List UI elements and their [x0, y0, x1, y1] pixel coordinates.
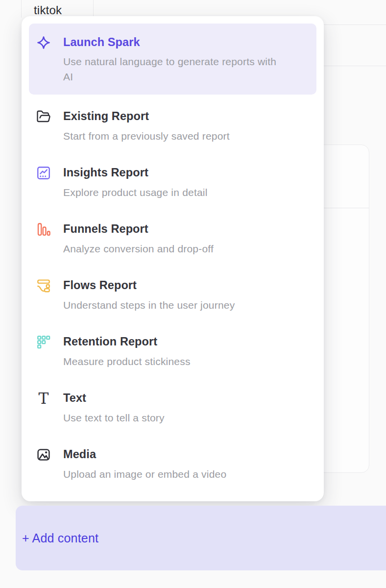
- menu-item-title: Funnels Report: [63, 221, 214, 237]
- flows-icon: [36, 278, 51, 293]
- menu-item-launch-spark[interactable]: Launch Spark Use natural language to gen…: [29, 24, 316, 95]
- menu-item-retention-report[interactable]: Retention Report Measure product stickin…: [29, 323, 316, 380]
- retention-grid-icon: [36, 335, 51, 349]
- media-icon: [36, 447, 51, 462]
- menu-item-subtitle: Explore product usage in detail: [63, 185, 208, 200]
- add-content-button[interactable]: + Add content: [16, 506, 386, 570]
- menu-item-text[interactable]: T Text Use text to tell a story: [29, 380, 316, 436]
- insights-chart-icon: [36, 166, 51, 180]
- menu-item-flows-report[interactable]: Flows Report Understand steps in the use…: [29, 267, 316, 323]
- funnel-bars-icon: [36, 222, 51, 237]
- menu-item-title: Retention Report: [63, 334, 191, 349]
- menu-item-title: Existing Report: [63, 108, 230, 124]
- menu-item-insights-report[interactable]: Insights Report Explore product usage in…: [29, 154, 316, 211]
- menu-item-title: Text: [63, 390, 165, 406]
- menu-item-title: Launch Spark: [63, 34, 276, 50]
- background-column-divider: [21, 0, 22, 18]
- add-content-label: + Add content: [22, 531, 98, 545]
- menu-item-subtitle: Analyze conversion and drop-off: [63, 241, 214, 256]
- menu-item-media[interactable]: Media Upload an image or embed a video: [29, 436, 316, 492]
- background-card-title: tiktok: [34, 3, 62, 17]
- menu-item-subtitle: Measure product stickiness: [63, 354, 191, 369]
- menu-item-subtitle: Upload an image or embed a video: [63, 466, 226, 482]
- menu-item-title: Media: [63, 446, 226, 462]
- menu-item-subtitle: Understand steps in the user journey: [63, 297, 235, 313]
- menu-item-subtitle-line2: AI: [63, 69, 276, 84]
- spark-icon: [36, 35, 51, 50]
- menu-item-subtitle: Use natural language to generate reports…: [63, 54, 276, 69]
- menu-item-subtitle: Start from a previously saved report: [63, 128, 230, 144]
- menu-item-funnels-report[interactable]: Funnels Report Analyze conversion and dr…: [29, 211, 316, 267]
- folder-open-icon: [36, 109, 51, 124]
- add-content-menu: Launch Spark Use natural language to gen…: [22, 16, 324, 501]
- menu-item-existing-report[interactable]: Existing Report Start from a previously …: [29, 98, 316, 154]
- menu-item-title: Flows Report: [63, 277, 235, 293]
- svg-text:T: T: [39, 391, 49, 406]
- background-column-divider: [93, 0, 94, 17]
- menu-item-title: Insights Report: [63, 165, 208, 180]
- menu-item-subtitle: Use text to tell a story: [63, 410, 165, 425]
- text-icon: T: [36, 391, 51, 406]
